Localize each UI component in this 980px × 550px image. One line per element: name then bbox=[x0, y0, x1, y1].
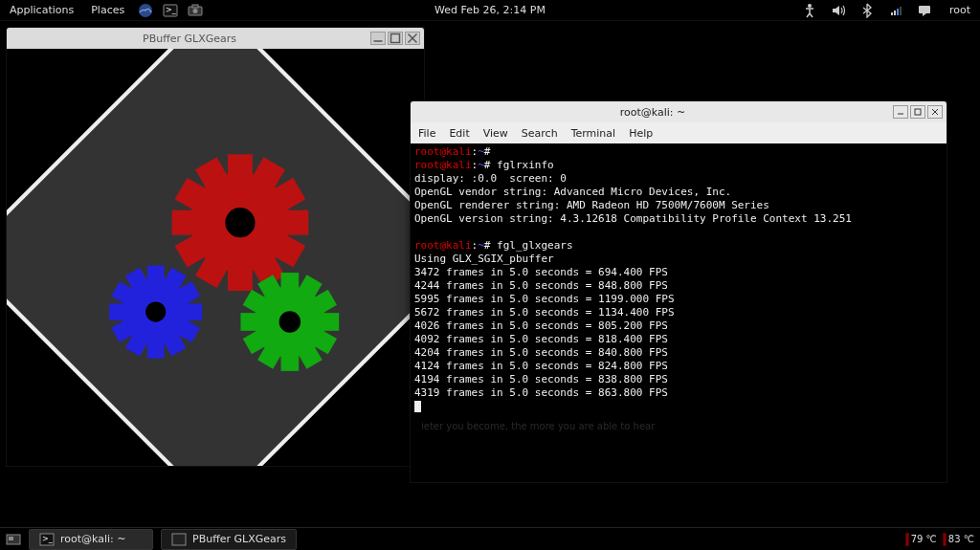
svg-rect-11 bbox=[919, 6, 930, 13]
terminal-title: root@kali: ~ bbox=[414, 106, 891, 119]
terminal-icon: >_ bbox=[39, 532, 55, 547]
show-desktop-icon[interactable] bbox=[6, 532, 21, 547]
temp-bar-icon bbox=[905, 533, 909, 546]
accessibility-icon[interactable] bbox=[802, 3, 817, 18]
menu-view[interactable]: View bbox=[483, 127, 508, 140]
temp2-value: 83 ℃ bbox=[948, 534, 974, 544]
svg-rect-7 bbox=[891, 12, 893, 15]
menu-search[interactable]: Search bbox=[522, 127, 558, 140]
window-icon bbox=[171, 532, 187, 547]
task-glxgears-label: PBuffer GLXGears bbox=[192, 533, 286, 545]
svg-rect-39 bbox=[172, 534, 186, 545]
volume-icon[interactable] bbox=[831, 3, 846, 18]
menu-file[interactable]: File bbox=[418, 127, 435, 140]
close-button[interactable] bbox=[927, 105, 943, 119]
task-glxgears[interactable]: PBuffer GLXGears bbox=[161, 529, 297, 550]
task-terminal-label: root@kali: ~ bbox=[60, 533, 126, 545]
svg-rect-13 bbox=[391, 34, 400, 43]
svg-point-6 bbox=[808, 4, 812, 8]
temp-bar-icon bbox=[943, 533, 947, 546]
svg-rect-10 bbox=[900, 7, 902, 15]
menu-help[interactable]: Help bbox=[629, 127, 653, 140]
svg-rect-9 bbox=[897, 9, 899, 15]
minimize-button[interactable] bbox=[893, 105, 908, 119]
screenshot-launcher-icon[interactable] bbox=[188, 3, 203, 18]
glxgears-titlebar[interactable]: PBuffer GLXGears bbox=[7, 28, 424, 49]
svg-rect-5 bbox=[192, 5, 198, 8]
maximize-button[interactable] bbox=[388, 32, 403, 45]
glxgears-title: PBuffer GLXGears bbox=[11, 33, 368, 45]
svg-rect-8 bbox=[894, 11, 896, 15]
svg-point-4 bbox=[193, 9, 198, 13]
svg-rect-36 bbox=[9, 537, 13, 540]
iceweasel-launcher-icon[interactable] bbox=[138, 3, 153, 18]
temp1-value: 79 ℃ bbox=[911, 534, 937, 544]
network-icon[interactable] bbox=[888, 3, 903, 18]
svg-text:>_: >_ bbox=[42, 535, 54, 543]
svg-rect-32 bbox=[915, 109, 921, 115]
wallpaper-text: ieter you become, the more you are able … bbox=[421, 421, 655, 431]
menu-edit[interactable]: Edit bbox=[449, 127, 469, 140]
chat-icon[interactable] bbox=[917, 3, 932, 18]
terminal-menubar: File Edit View Search Terminal Help bbox=[411, 122, 947, 143]
top-panel: Applications Places >_ Wed Feb 26, 2:14 … bbox=[0, 0, 980, 21]
close-button[interactable] bbox=[405, 32, 420, 45]
glxgears-window: PBuffer GLXGears bbox=[6, 27, 425, 467]
menu-terminal[interactable]: Terminal bbox=[571, 127, 616, 140]
user-menu[interactable]: root bbox=[946, 2, 974, 18]
maximize-button[interactable] bbox=[910, 105, 925, 119]
clock[interactable]: Wed Feb 26, 2:14 PM bbox=[431, 2, 549, 18]
minimize-button[interactable] bbox=[370, 32, 386, 45]
temperature-applet[interactable]: 79 ℃ 83 ℃ bbox=[905, 533, 974, 546]
terminal-titlebar[interactable]: root@kali: ~ bbox=[411, 101, 947, 122]
bluetooth-icon[interactable] bbox=[859, 3, 875, 18]
terminal-launcher-icon[interactable]: >_ bbox=[163, 3, 178, 18]
places-menu[interactable]: Places bbox=[87, 2, 128, 18]
task-terminal[interactable]: >_ root@kali: ~ bbox=[29, 529, 153, 550]
applications-menu[interactable]: Applications bbox=[6, 2, 78, 18]
gears-canvas bbox=[7, 49, 424, 466]
bottom-panel: >_ root@kali: ~ PBuffer GLXGears 79 ℃ 83… bbox=[0, 527, 980, 550]
svg-text:>_: >_ bbox=[166, 6, 177, 14]
